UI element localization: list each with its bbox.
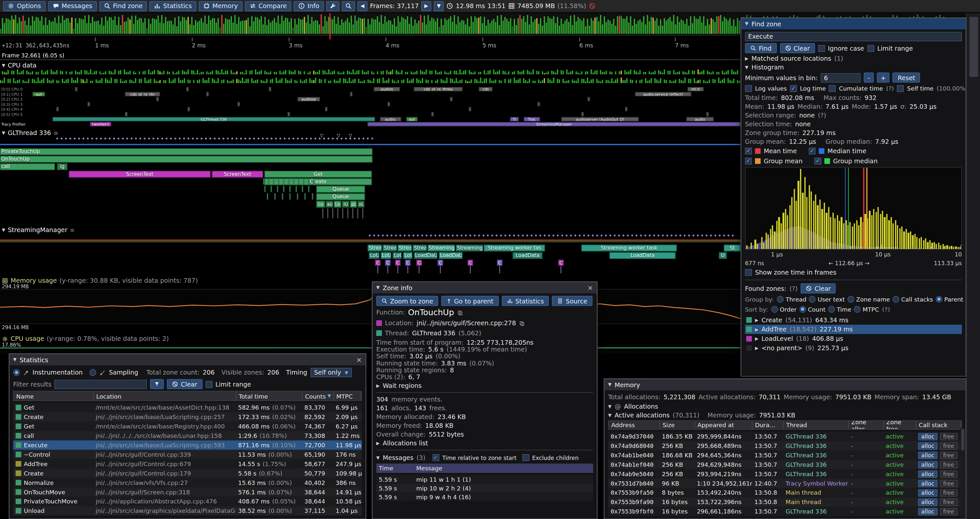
zone[interactable]: Queue bbox=[316, 186, 365, 192]
alloc-callstack-button[interactable]: alloc bbox=[918, 452, 937, 459]
statistics-row[interactable]: Create jni/../jni/src/guif/Control.cpp:1… bbox=[13, 469, 361, 478]
cpu-zone[interactable]: audio.service (effect) bbox=[635, 92, 691, 96]
cpu-zone[interactable] bbox=[75, 87, 78, 91]
cpu-zone[interactable] bbox=[350, 92, 353, 96]
cpu-zone[interactable]: (worker/) bbox=[90, 122, 111, 126]
allocation-row[interactable]: 0x7553b9fa90 16 bytes 153,722,396ns 13:5… bbox=[608, 497, 962, 507]
column-header[interactable]: Name bbox=[14, 391, 94, 400]
zone[interactable]: St bbox=[724, 245, 741, 252]
group-by-option[interactable]: Zone name bbox=[847, 296, 890, 303]
instrumentation-radio[interactable]: ● bbox=[13, 369, 20, 376]
zone[interactable]: pL bbox=[350, 201, 357, 208]
message-row[interactable]: 5.59 s mip 9 w 4 h 4 (16) bbox=[376, 492, 593, 501]
radio-button[interactable] bbox=[828, 306, 835, 313]
zone[interactable]: Strea bbox=[398, 245, 412, 252]
cpu-zone[interactable]: aut bbox=[32, 92, 45, 96]
show-zone-time-checkbox[interactable] bbox=[745, 269, 752, 276]
zone[interactable]: Ci bbox=[417, 260, 422, 266]
scrollbar-thumb[interactable] bbox=[969, 17, 978, 77]
alloc-callstack-button[interactable]: alloc bbox=[918, 433, 937, 440]
zone[interactable]: PrivateTouchUp bbox=[0, 149, 372, 155]
copy-icon[interactable] bbox=[457, 309, 463, 316]
copy-icon[interactable] bbox=[519, 320, 525, 326]
cpu-zone[interactable]: cds bbox=[479, 87, 492, 91]
median-time-checkbox[interactable]: ✓ bbox=[809, 148, 816, 155]
zone[interactable]: LoadData bbox=[512, 252, 542, 259]
log-time-checkbox[interactable]: ✓ bbox=[790, 85, 797, 92]
radio-button[interactable] bbox=[771, 306, 778, 313]
cpu-zone[interactable]: audio. bbox=[380, 117, 401, 121]
zoom-to-zone-button[interactable]: Zoom to zone bbox=[376, 296, 438, 306]
allocation-row[interactable]: 0x7553b9fbf0 16 bytes 296,661,186ns 13:5… bbox=[608, 507, 962, 516]
scrollbar-thumb[interactable] bbox=[961, 429, 964, 450]
allocation-row[interactable]: 0x74a9d68040 256 KB 295,668,489ns 13:50.… bbox=[608, 441, 962, 450]
zone[interactable]: Streaming bbox=[427, 245, 455, 252]
memory-table-scrollbar[interactable] bbox=[961, 428, 965, 517]
zone[interactable]: Create bbox=[264, 178, 372, 185]
allocation-row[interactable]: 0x7531d7b040 96 KB 1:10 234,952,161ns 12… bbox=[608, 478, 962, 488]
zone[interactable]: Strea bbox=[412, 245, 427, 252]
zone-group-row[interactable]: ▶ AddTree (18,542) 227.19 ms bbox=[745, 324, 962, 334]
collapsed-zone-marker[interactable]: ▽ bbox=[320, 133, 323, 138]
column-header[interactable]: Zone alloc bbox=[849, 421, 884, 429]
cpu-zone[interactable] bbox=[125, 112, 127, 116]
free-callstack-button[interactable]: free bbox=[940, 433, 957, 440]
radio-button[interactable]: ● bbox=[799, 306, 806, 313]
go-to-parent-button[interactable]: ↑Go to parent bbox=[441, 296, 498, 306]
zone[interactable]: C bbox=[438, 260, 443, 266]
zone[interactable]: call bbox=[0, 163, 55, 170]
group-by-option[interactable]: User text bbox=[809, 296, 845, 303]
collapsed-zone-marker[interactable]: ▽ bbox=[337, 133, 340, 138]
alloc-callstack-button[interactable]: alloc bbox=[918, 479, 937, 487]
radio-button[interactable] bbox=[892, 296, 899, 303]
zone[interactable]: ScreenText bbox=[69, 171, 210, 177]
radio-button[interactable] bbox=[854, 306, 861, 313]
zone[interactable]: LoadDaU bbox=[439, 252, 463, 259]
column-header[interactable]: Appeared at bbox=[695, 421, 752, 429]
cpu-zone[interactable]: audios bbox=[374, 87, 400, 91]
matched-source-locations-tree[interactable]: ▶ Matched source locations (1) bbox=[745, 55, 962, 62]
column-header[interactable]: Address bbox=[609, 421, 660, 429]
cpu-zone[interactable]: GLThread 336 bbox=[52, 117, 375, 121]
next-frame-button[interactable]: ▶ bbox=[421, 1, 431, 11]
zone[interactable]: ScreenText bbox=[212, 171, 263, 177]
zone[interactable]: Streaming bbox=[456, 245, 483, 252]
cpu-zone[interactable] bbox=[581, 112, 584, 116]
sort-by-option[interactable]: MTPC bbox=[854, 306, 879, 313]
zone[interactable]: Streaming worker tas bbox=[484, 245, 545, 252]
streaming-zones[interactable]: StreaStreaStreaStreaStreamingStreamingSt… bbox=[0, 245, 741, 276]
zone-time-histogram[interactable] bbox=[745, 167, 962, 250]
zone[interactable]: LoadData bbox=[609, 252, 676, 259]
statistics-row[interactable]: PrivateTouchMove jni/../jni/application/… bbox=[13, 497, 361, 506]
find-zone-query-input[interactable] bbox=[745, 32, 962, 41]
zone[interactable]: ig bbox=[57, 163, 67, 170]
zone[interactable]: C bbox=[395, 260, 401, 266]
compare-button[interactable]: Compare bbox=[245, 1, 291, 11]
statistics-row[interactable]: call jni/../jni/../../../src/claw/base/L… bbox=[13, 431, 361, 441]
frame-menu-button[interactable]: ▼ bbox=[434, 1, 444, 11]
sort-by-option[interactable]: Order bbox=[771, 306, 797, 313]
memory-button[interactable]: Memory bbox=[199, 1, 242, 11]
cpu-zone[interactable] bbox=[706, 112, 709, 116]
time-relative-checkbox[interactable]: ✓ bbox=[432, 454, 439, 461]
radio-button[interactable]: ● bbox=[935, 296, 942, 303]
active-allocations-tree[interactable]: ▼ Active allocations (70,311) Memory usa… bbox=[608, 412, 962, 418]
memory-usage-plot[interactable] bbox=[0, 289, 741, 324]
cpu-zone[interactable] bbox=[237, 102, 240, 106]
radio-button[interactable] bbox=[809, 296, 816, 303]
allocation-row[interactable]: 0x7553b9fa50 8 bytes 153,492,240ns 13:50… bbox=[608, 488, 962, 497]
log-values-checkbox[interactable] bbox=[745, 85, 752, 92]
group-by-option[interactable]: Thread bbox=[777, 296, 807, 303]
histogram-tree[interactable]: ▼ Histogram bbox=[745, 64, 962, 71]
zone[interactable]: Queue bbox=[316, 193, 365, 200]
close-icon[interactable]: × bbox=[587, 284, 593, 292]
zone[interactable]: C bbox=[468, 260, 473, 266]
zone-group-row[interactable]: ▶ LoadLevel (18) 406.88 µs bbox=[745, 334, 962, 343]
cpu-zone[interactable]: Trac bbox=[524, 117, 540, 121]
options-button[interactable]: Options bbox=[3, 1, 45, 11]
column-header[interactable]: Message bbox=[414, 465, 593, 472]
messages-button[interactable]: Messages bbox=[48, 1, 97, 11]
column-header[interactable]: Counts▼ bbox=[302, 391, 334, 400]
zone[interactable]: Lo bbox=[316, 201, 325, 208]
close-icon[interactable]: × bbox=[356, 356, 362, 364]
